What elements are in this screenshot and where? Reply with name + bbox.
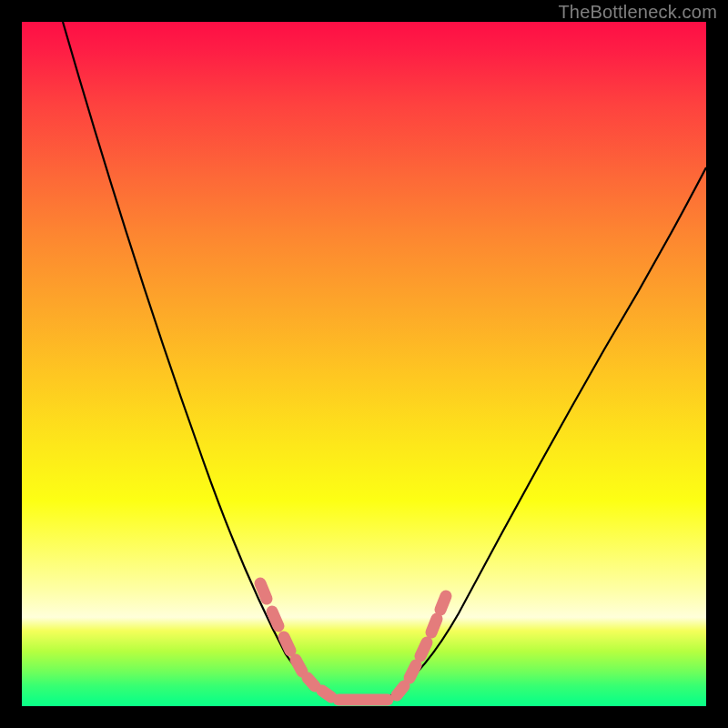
plot-area [22, 22, 706, 706]
curve-left-branch [63, 22, 345, 699]
svg-line-10 [440, 596, 446, 610]
svg-line-4 [308, 678, 315, 686]
svg-line-5 [322, 691, 331, 697]
svg-line-3 [296, 660, 302, 672]
svg-line-7 [410, 665, 416, 678]
svg-line-6 [397, 686, 404, 695]
svg-line-0 [260, 583, 267, 599]
svg-line-8 [420, 642, 427, 656]
curve-right-branch [345, 167, 706, 699]
highlight-marker-group-left [260, 583, 331, 697]
svg-line-1 [272, 612, 278, 626]
svg-line-2 [284, 637, 290, 651]
chart-frame: TheBottleneck.com [0, 0, 728, 728]
bottleneck-curve [22, 22, 706, 706]
watermark-text: TheBottleneck.com [558, 2, 717, 23]
svg-line-9 [431, 619, 437, 632]
